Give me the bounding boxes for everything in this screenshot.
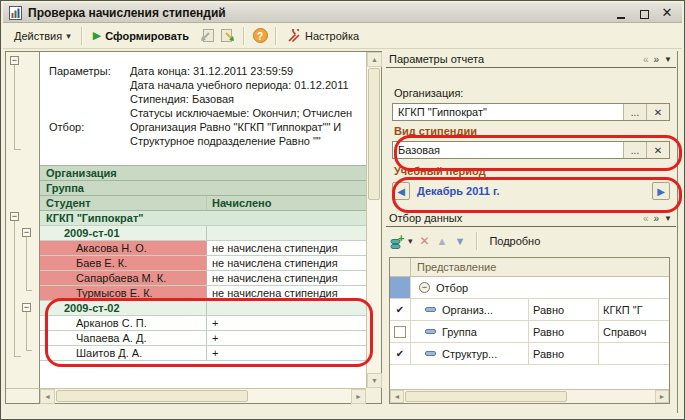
student-row[interactable]: Акасова Н. О. не начислена стипендия [40,241,366,256]
checked-icon[interactable]: ✔ [396,304,404,315]
group-row-2[interactable]: 2009-ст-02 [40,301,366,316]
dropdown-icon: ▾ [66,31,71,41]
organization-value: КГКП "Гиппократ" [393,106,623,118]
clear-icon[interactable]: ✕ [646,104,669,120]
band-organization[interactable]: Организация [40,166,366,181]
settings-button[interactable]: Настройка [281,27,365,45]
student-name: Акасова Н. О. [40,241,207,255]
tree-line [26,237,27,291]
scholarship-kind-field[interactable]: Базовая ... ✕ [392,141,670,159]
restore-values-icon [198,28,215,44]
clear-icon[interactable]: ✕ [646,142,669,158]
field-icon [425,329,436,334]
maximize-button[interactable] [638,7,650,19]
actions-menu-button[interactable]: Действия ▾ [8,28,77,44]
field-icon [425,307,436,312]
student-status: не начислена стипендия [207,241,366,255]
generate-button[interactable]: ▶ Сформировать [87,27,195,44]
save-values-button[interactable] [217,26,239,46]
tree-line [14,221,15,357]
section-title: Отбор данных [389,212,643,224]
data-selection-section-header: Отбор данных « » ▼ [386,210,676,227]
settings-tool-icon [287,29,301,43]
detail-button[interactable]: Подробно [489,235,540,247]
organization-row[interactable]: КГКП "Гиппократ" [40,211,366,226]
student-row[interactable]: Чапаева А. Д. + [40,331,366,346]
collapse-right-icon[interactable]: » [654,54,660,65]
move-down-button[interactable]: ▼ [454,235,465,247]
help-button[interactable]: ? [249,26,271,46]
scroll-right-icon[interactable]: ► [351,389,366,404]
report-horizontal-scrollbar[interactable]: ◄ ► [40,388,366,403]
minimize-button[interactable] [615,7,627,19]
expander-group-1[interactable]: − [22,228,31,237]
expander-group-2[interactable]: − [22,303,31,312]
scroll-down-icon[interactable]: ▼ [367,373,382,388]
selection-group-row[interactable]: − Отбор [390,277,669,299]
settings-label: Настройка [305,30,359,42]
unchecked-checkbox[interactable] [394,326,406,338]
group-name: 2009-ст-02 [40,301,207,315]
scroll-up-icon[interactable]: ▲ [367,52,382,67]
period-value[interactable]: Декабрь 2011 г. [417,185,500,197]
student-name: Баев Е. К. [40,256,207,270]
minimize-icon [617,17,625,19]
expander-params[interactable]: − [10,56,19,65]
column-headers[interactable]: Студент Начислено [40,196,366,211]
organization-field[interactable]: КГКП "Гиппократ" ... ✕ [392,103,670,121]
selection-row-organization[interactable]: ✔ Организ... Равно КГКП "Г [390,299,669,321]
selection-row-structure[interactable]: ✔ Структур... Равно [390,343,669,365]
student-row[interactable]: Арканов С. П. + [40,316,366,331]
student-row[interactable]: Сапарбаева М. К. не начислена стипендия [40,271,366,286]
prev-period-button[interactable]: ◀ [392,182,410,200]
collapse-left-icon[interactable]: « [643,54,649,65]
expander-organization[interactable]: − [10,212,19,221]
param-line: Дата начала учебного периода: 01.12.2011 [130,78,366,92]
selection-toolbar: + ▾ ✕ ▲ ▼ Подробно [390,230,671,252]
scroll-left-icon[interactable]: ◄ [390,390,404,403]
organization-label: Организация: [394,87,463,99]
add-condition-button[interactable]: + ▾ [390,233,413,249]
next-period-button[interactable]: ▶ [652,182,670,200]
delete-condition-button[interactable]: ✕ [420,234,430,248]
panel-menu-icon[interactable]: ▼ [664,55,672,64]
choose-icon[interactable]: ... [623,104,646,120]
horizontal-scroll-thumb[interactable] [405,391,567,402]
column-accrued: Начислено [207,196,366,210]
student-name: Сапарбаева М. К. [40,271,207,285]
condition-value [599,343,669,364]
band-group[interactable]: Группа [40,181,366,196]
horizontal-scroll-thumb[interactable] [56,390,248,402]
toolbar-separator [476,232,478,250]
group-row-1[interactable]: 2009-ст-01 [40,226,366,241]
scroll-left-icon[interactable]: ◄ [40,389,55,404]
window-title: Проверка начисления стипендий [28,6,226,20]
collapse-left-icon[interactable]: « [643,213,649,224]
close-button[interactable]: ✕ [661,7,673,19]
margin-footer [6,388,40,403]
restore-values-button[interactable] [195,26,217,46]
selection-horizontal-scrollbar[interactable]: ◄ ► [390,389,669,403]
collapse-right-icon[interactable]: » [654,213,660,224]
selection-row-group[interactable]: Группа Равно Справоч [390,321,669,343]
checked-icon[interactable]: ✔ [396,348,404,359]
student-row[interactable]: Турмысов Е. К. не начислена стипендия [40,286,366,301]
condition-value: Справоч [599,321,669,342]
report-vertical-scrollbar[interactable]: ▲ ▼ [366,52,381,388]
student-name: Турмысов Е. К. [40,286,207,300]
app-window: Проверка начисления стипендий ✕ Действия… [0,0,685,420]
panel-menu-icon[interactable]: ▼ [664,214,672,223]
vertical-scroll-thumb[interactable] [368,68,380,200]
actions-label: Действия [14,30,62,42]
scroll-right-icon[interactable]: ► [655,390,669,403]
student-row[interactable]: Баев Е. К. не начислена стипендия [40,256,366,271]
choose-icon[interactable]: ... [623,142,646,158]
titlebar: Проверка начисления стипендий ✕ [3,3,682,23]
tree-line [26,312,27,351]
move-up-button[interactable]: ▲ [437,235,448,247]
tree-line [15,149,21,150]
student-status: + [207,316,366,330]
student-row[interactable]: Шаитов Д. А. + [40,346,366,361]
window-report-icon [9,6,22,20]
collapse-group-icon[interactable]: − [419,282,430,293]
